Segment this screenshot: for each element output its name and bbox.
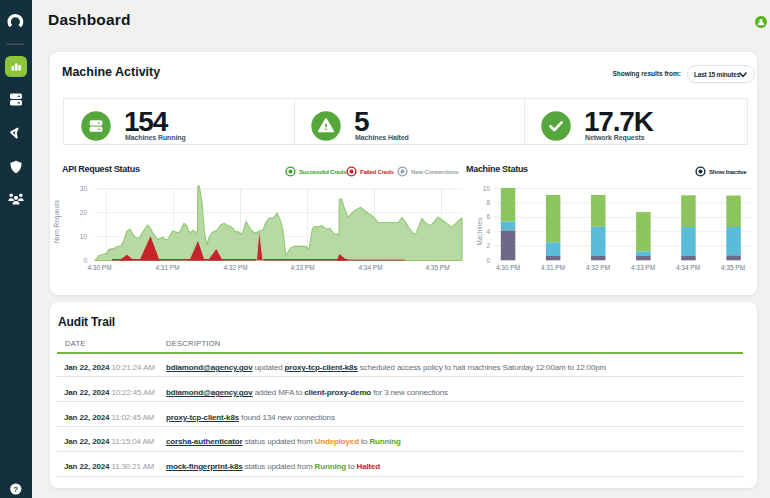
svg-text:?: ?: [13, 485, 18, 494]
